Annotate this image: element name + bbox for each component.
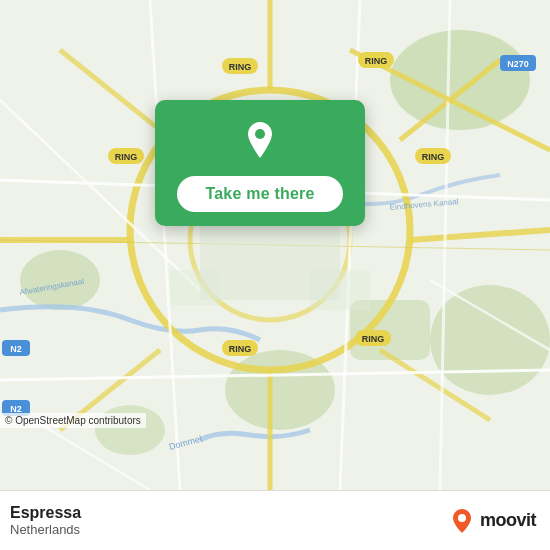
location-info: Espressa Netherlands: [10, 504, 81, 537]
svg-text:RING: RING: [362, 334, 385, 344]
take-me-there-button[interactable]: Take me there: [177, 176, 342, 212]
svg-text:N270: N270: [507, 59, 529, 69]
moovit-logo: moovit: [448, 507, 536, 535]
moovit-brand-text: moovit: [480, 510, 536, 531]
location-name: Espressa: [10, 504, 81, 522]
svg-text:RING: RING: [229, 344, 252, 354]
osm-attribution: © OpenStreetMap contributors: [0, 413, 146, 428]
map-container: RING RING RING RING RING RING N270 N2 N2…: [0, 0, 550, 490]
svg-point-52: [255, 129, 265, 139]
svg-rect-51: [310, 270, 370, 310]
svg-rect-50: [170, 270, 220, 305]
svg-text:RING: RING: [229, 62, 252, 72]
svg-text:RING: RING: [115, 152, 138, 162]
svg-text:RING: RING: [365, 56, 388, 66]
svg-point-53: [458, 514, 466, 522]
location-pin-icon: [238, 118, 282, 162]
svg-text:RING: RING: [422, 152, 445, 162]
popup-card: Take me there: [155, 100, 365, 226]
location-country: Netherlands: [10, 522, 81, 537]
svg-text:N2: N2: [10, 344, 22, 354]
moovit-pin-icon: [448, 507, 476, 535]
bottom-bar: Espressa Netherlands moovit: [0, 490, 550, 550]
